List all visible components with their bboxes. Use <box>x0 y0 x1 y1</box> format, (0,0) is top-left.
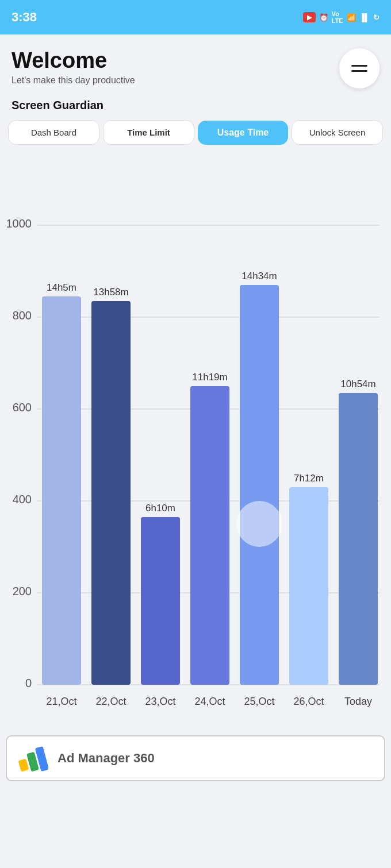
signal-bars2-icon: ▐▌ <box>359 13 370 22</box>
svg-text:200: 200 <box>13 585 32 597</box>
status-time: 3:38 <box>12 10 37 25</box>
svg-text:24,Oct: 24,Oct <box>194 696 225 707</box>
svg-text:14h5m: 14h5m <box>47 282 76 293</box>
bar-today <box>339 393 378 685</box>
menu-button[interactable] <box>339 48 379 88</box>
header-text: Welcome Let's make this day productive <box>12 48 135 86</box>
bar-22oct <box>91 301 131 685</box>
svg-text:Today: Today <box>344 696 372 707</box>
tab-timelimit[interactable]: Time Limit <box>103 120 194 145</box>
svg-text:23,Oct: 23,Oct <box>145 696 175 707</box>
signal-bars-icon: 📶 <box>347 13 356 22</box>
svg-text:7h12m: 7h12m <box>294 473 324 484</box>
svg-text:25,Oct: 25,Oct <box>244 696 274 707</box>
sync-icon: ↻ <box>373 13 379 22</box>
svg-text:0: 0 <box>25 677 32 689</box>
bar-25oct <box>240 285 279 685</box>
svg-text:1000: 1000 <box>6 217 32 230</box>
tab-usagetime[interactable]: Usage Time <box>198 121 288 145</box>
chart-svg-wrap: 0 200 400 600 800 1000 14h5m 13h58m 6h10… <box>6 156 385 727</box>
svg-rect-26 <box>18 759 29 772</box>
bar-26oct <box>289 487 328 685</box>
svg-text:800: 800 <box>13 309 32 322</box>
tabs-container: Dash Board Time Limit Usage Time Unlock … <box>0 120 391 145</box>
bar-chart: 0 200 400 600 800 1000 14h5m 13h58m 6h10… <box>6 156 385 719</box>
bar-highlight-circle <box>236 501 282 547</box>
status-icons: ▶ ⏰ VoLTE 📶 ▐▌ ↻ <box>303 10 379 24</box>
status-bar: 3:38 ▶ ⏰ VoLTE 📶 ▐▌ ↻ <box>0 0 391 34</box>
ad-banner[interactable]: Ad Manager 360 <box>6 735 385 781</box>
svg-text:11h19m: 11h19m <box>192 372 227 383</box>
ad-logo-icon <box>18 743 48 773</box>
bar-23oct <box>141 517 180 685</box>
chart-container: 0 200 400 600 800 1000 14h5m 13h58m 6h10… <box>0 151 391 727</box>
welcome-subtitle: Let's make this day productive <box>12 75 135 86</box>
svg-text:400: 400 <box>13 493 32 506</box>
svg-text:600: 600 <box>13 401 32 414</box>
volte-icon: VoLTE <box>332 10 343 24</box>
welcome-title: Welcome <box>12 48 135 73</box>
section-title: Screen Guardian <box>0 94 391 120</box>
tab-unlockscreen[interactable]: Unlock Screen <box>292 120 383 145</box>
svg-text:14h34m: 14h34m <box>241 271 277 281</box>
bar-24oct <box>190 386 229 685</box>
svg-text:26,Oct: 26,Oct <box>293 696 324 707</box>
svg-text:13h58m: 13h58m <box>93 287 128 298</box>
tab-dashboard[interactable]: Dash Board <box>8 120 99 145</box>
bar-21oct <box>42 296 81 685</box>
hamburger-icon <box>351 65 367 72</box>
ad-text: Ad Manager 360 <box>57 751 155 766</box>
record-icon: ▶ <box>303 12 316 22</box>
svg-text:21,Oct: 21,Oct <box>46 696 76 707</box>
svg-text:10h54m: 10h54m <box>340 379 375 389</box>
alarm-icon: ⏰ <box>319 13 328 22</box>
svg-text:6h10m: 6h10m <box>145 503 175 514</box>
header: Welcome Let's make this day productive <box>0 34 391 94</box>
svg-text:22,Oct: 22,Oct <box>95 696 126 707</box>
